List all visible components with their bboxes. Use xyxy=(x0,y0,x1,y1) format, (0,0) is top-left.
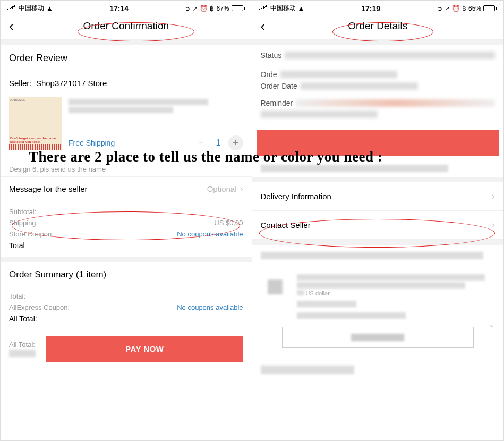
free-shipping-label: Free Shipping xyxy=(69,139,115,147)
battery-icon xyxy=(483,5,497,11)
bluetooth-icon: ฿ xyxy=(462,5,466,12)
chevron-down-icon[interactable]: ⌄ xyxy=(488,319,495,329)
chevron-right-icon: › xyxy=(492,191,495,202)
page-title: Order Confirmation xyxy=(83,20,169,32)
phone-left: 中国移动 ▲ 17:14 ➲ ↗ ⏰ ฿ 67% ‹ Order Confirm… xyxy=(1,1,252,440)
product-row[interactable]: JOYRESIDE Don't forget send us the name … xyxy=(9,93,243,155)
currency-hint: US dollar xyxy=(297,290,496,296)
action-button[interactable] xyxy=(282,327,474,348)
nav-bar: ‹ Order Confirmation xyxy=(1,15,252,40)
highlight-band xyxy=(257,130,500,156)
carrier-label: 中国移动 xyxy=(270,4,296,13)
pay-bar: All Total: PAY NOW xyxy=(1,330,252,367)
wifi-icon: ▲ xyxy=(298,4,305,12)
qty-minus-button[interactable]: − xyxy=(194,135,209,150)
seller-line: Seller: Shop3721017 Store xyxy=(9,75,243,93)
carrier-label: 中国移动 xyxy=(19,4,44,13)
totals-block: Subtotal: Shipping:US $0.00 Store Coupon… xyxy=(1,201,252,257)
pay-now-button[interactable]: PAY NOW xyxy=(46,336,243,362)
variant-text: Design 6, pls send us the name xyxy=(1,162,252,176)
gps-icon: ➲ xyxy=(437,5,442,12)
order-row: Orde xyxy=(252,69,504,80)
bluetooth-icon: ฿ xyxy=(210,5,214,12)
status-bar: 中国移动 ▲ 17:19 ➲ ↗ ⏰ ฿ 65% xyxy=(252,1,504,15)
order-review-title: Order Review xyxy=(9,53,243,64)
wifi-icon: ▲ xyxy=(46,4,53,12)
location-icon: ↗ xyxy=(445,5,450,12)
battery-pct: 67% xyxy=(216,5,229,12)
battery-pct: 65% xyxy=(468,5,481,12)
nav-bar: ‹ Order Details xyxy=(252,15,504,40)
chevron-right-icon: › xyxy=(240,183,243,194)
alarm-icon: ⏰ xyxy=(452,5,460,12)
product-card[interactable]: US dollar ⌄ xyxy=(252,266,504,361)
order-date-row: Order Date xyxy=(252,80,504,92)
status-bar: 中国移动 ▲ 17:14 ➲ ↗ ⏰ ฿ 67% xyxy=(1,1,252,15)
battery-icon xyxy=(232,5,245,11)
alarm-icon: ⏰ xyxy=(200,5,208,12)
clock: 17:14 xyxy=(109,4,129,13)
page-title: Order Details xyxy=(348,20,407,32)
order-summary-title: Order Summary (1 item) xyxy=(1,262,252,285)
reminder-row: Reminder xyxy=(252,97,504,109)
status-row: Status xyxy=(252,49,504,61)
quantity-stepper[interactable]: − 1 + xyxy=(194,135,243,150)
location-icon: ↗ xyxy=(192,5,198,12)
back-button[interactable]: ‹ xyxy=(261,19,266,33)
qty-plus-button[interactable]: + xyxy=(228,135,243,150)
product-thumbnail[interactable]: JOYRESIDE Don't forget send us the name … xyxy=(9,97,62,150)
contact-seller-row[interactable]: Contact Seller › xyxy=(252,211,504,240)
message-seller-row[interactable]: Message for the seller Optional › xyxy=(1,176,252,201)
chevron-right-icon: › xyxy=(492,219,495,231)
order-review-section: Order Review xyxy=(1,45,252,74)
qty-value: 1 xyxy=(216,138,221,148)
back-button[interactable]: ‹ xyxy=(9,19,14,33)
gps-icon: ➲ xyxy=(185,5,190,12)
signal-icon xyxy=(259,5,268,12)
product-thumbnail[interactable] xyxy=(261,273,289,301)
phone-right: 中国移动 ▲ 17:19 ➲ ↗ ⏰ ฿ 65% ‹ Order Details xyxy=(252,1,504,440)
delivery-information-row[interactable]: Delivery Information › xyxy=(252,182,504,211)
signal-icon xyxy=(7,5,16,12)
clock: 17:19 xyxy=(361,4,380,13)
